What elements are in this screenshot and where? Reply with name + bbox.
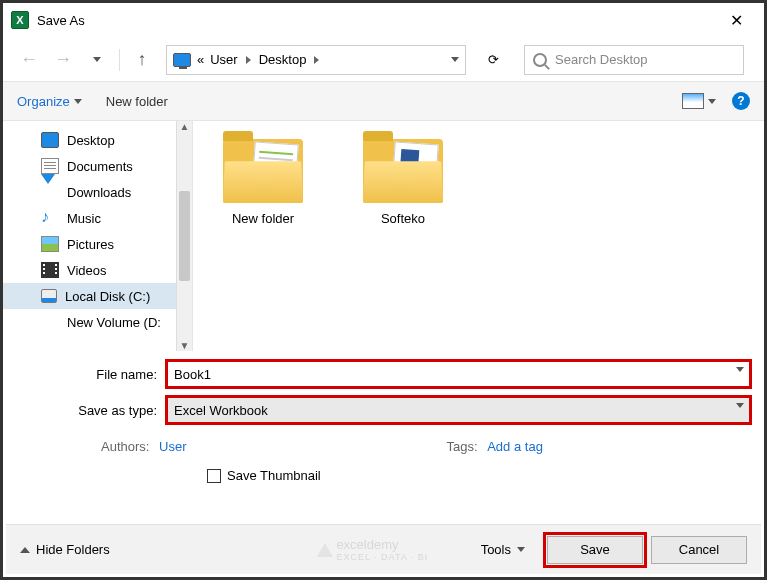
footer: Hide Folders exceldemy EXCEL · DATA · BI… xyxy=(6,524,761,574)
address-bar[interactable]: « User Desktop xyxy=(166,45,466,75)
tree-scrollbar[interactable]: ▲ ▼ xyxy=(176,121,192,351)
breadcrumb-user[interactable]: User xyxy=(210,52,237,67)
nav-tree: Desktop Documents Downloads ♪Music Pictu… xyxy=(3,121,193,351)
tools-menu[interactable]: Tools xyxy=(481,542,525,557)
savetype-dropdown[interactable]: Excel Workbook xyxy=(167,397,750,423)
tags-value[interactable]: Add a tag xyxy=(487,439,543,454)
breadcrumb-desktop[interactable]: Desktop xyxy=(259,52,307,67)
chevron-right-icon xyxy=(246,56,251,64)
disk-icon xyxy=(41,289,57,303)
forward-button: → xyxy=(49,46,77,74)
desktop-icon xyxy=(41,132,59,148)
folder-label: Softeko xyxy=(353,211,453,226)
chevron-down-icon xyxy=(74,99,82,104)
pc-icon xyxy=(173,53,191,67)
tree-item-desktop[interactable]: Desktop xyxy=(3,127,192,153)
chevron-right-icon xyxy=(314,56,319,64)
search-icon xyxy=(533,53,547,67)
document-icon xyxy=(41,158,59,174)
window-title: Save As xyxy=(37,13,716,28)
save-thumbnail-label: Save Thumbnail xyxy=(227,468,321,483)
hide-folders-button[interactable]: Hide Folders xyxy=(20,542,110,557)
folder-item[interactable]: New folder xyxy=(213,139,313,226)
tags-label: Tags: xyxy=(447,439,478,454)
chevron-down-icon xyxy=(736,403,744,408)
authors-label: Authors: xyxy=(101,439,149,454)
refresh-button[interactable]: ⟳ xyxy=(478,45,508,75)
authors-value[interactable]: User xyxy=(159,439,186,454)
folder-label: New folder xyxy=(213,211,313,226)
folder-content[interactable]: New folder Softeko xyxy=(193,121,764,351)
pictures-icon xyxy=(41,236,59,252)
filename-input[interactable] xyxy=(167,361,750,387)
tree-item-documents[interactable]: Documents xyxy=(3,153,192,179)
search-placeholder: Search Desktop xyxy=(555,52,648,67)
save-form: File name: Save as type: Excel Workbook … xyxy=(3,351,764,483)
view-button[interactable] xyxy=(682,93,716,109)
new-folder-button[interactable]: New folder xyxy=(106,94,168,109)
scroll-up-icon[interactable]: ▲ xyxy=(177,121,192,132)
tree-item-music[interactable]: ♪Music xyxy=(3,205,192,231)
filename-history-dropdown[interactable] xyxy=(736,367,744,372)
tree-item-truncated[interactable]: New Volume (D: xyxy=(3,309,192,335)
save-as-dialog: X Save As ✕ ← → ↑ « User Desktop ⟳ Searc… xyxy=(0,0,767,580)
save-thumbnail-checkbox[interactable] xyxy=(207,469,221,483)
toolbar: Organize New folder ? xyxy=(3,81,764,121)
chevron-up-icon xyxy=(20,547,30,553)
breadcrumb-prefix: « xyxy=(197,52,204,67)
tree-item-videos[interactable]: Videos xyxy=(3,257,192,283)
address-history-dropdown[interactable] xyxy=(451,57,459,62)
folder-icon xyxy=(223,139,303,203)
filename-label: File name: xyxy=(17,367,167,382)
save-button[interactable]: Save xyxy=(547,536,643,564)
recent-dropdown[interactable] xyxy=(83,46,111,74)
back-button[interactable]: ← xyxy=(15,46,43,74)
close-button[interactable]: ✕ xyxy=(716,11,756,30)
folder-icon xyxy=(363,139,443,203)
filename-field-wrap xyxy=(167,361,750,387)
cancel-button[interactable]: Cancel xyxy=(651,536,747,564)
up-button[interactable]: ↑ xyxy=(128,46,156,74)
watermark: exceldemy EXCEL · DATA · BI xyxy=(316,537,428,562)
music-icon: ♪ xyxy=(41,210,59,226)
search-input[interactable]: Search Desktop xyxy=(524,45,744,75)
tree-item-pictures[interactable]: Pictures xyxy=(3,231,192,257)
main-area: Desktop Documents Downloads ♪Music Pictu… xyxy=(3,121,764,351)
chevron-down-icon xyxy=(517,547,525,552)
scroll-thumb[interactable] xyxy=(179,191,190,281)
scroll-down-icon[interactable]: ▼ xyxy=(177,340,192,351)
help-button[interactable]: ? xyxy=(732,92,750,110)
view-icon xyxy=(682,93,704,109)
folder-item[interactable]: Softeko xyxy=(353,139,453,226)
chevron-down-icon xyxy=(708,99,716,104)
tree-item-local-disk[interactable]: Local Disk (C:) xyxy=(3,283,192,309)
nav-row: ← → ↑ « User Desktop ⟳ Search Desktop xyxy=(3,37,764,81)
organize-menu[interactable]: Organize xyxy=(17,94,82,109)
videos-icon xyxy=(41,262,59,278)
savetype-label: Save as type: xyxy=(17,403,167,418)
title-bar: X Save As ✕ xyxy=(3,3,764,37)
savetype-field-wrap: Excel Workbook xyxy=(167,397,750,423)
excel-icon: X xyxy=(11,11,29,29)
download-icon xyxy=(41,184,59,200)
tree-item-downloads[interactable]: Downloads xyxy=(3,179,192,205)
